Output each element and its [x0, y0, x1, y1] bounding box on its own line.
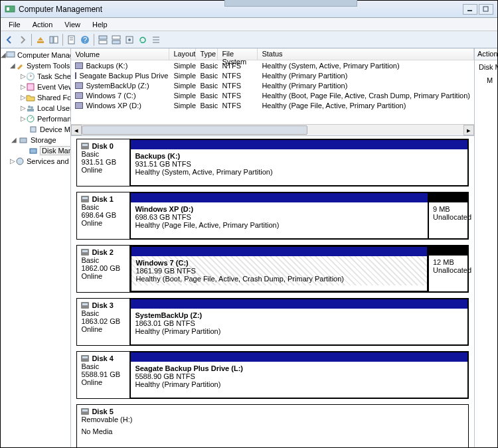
partition-unallocated[interactable]: 9 MBUnallocated [428, 192, 468, 239]
volume-status: Healthy (Primary Partition) [258, 72, 474, 80]
disk-icon [81, 408, 89, 415]
view-top-button[interactable] [97, 34, 109, 46]
disk-4[interactable]: Disk 4 Basic 5588.91 GB Online Seagate B… [76, 351, 469, 399]
menu-file[interactable]: File [3, 19, 26, 30]
tree-storage[interactable]: ◢Storage [1, 135, 70, 145]
tree-local-users[interactable]: ▷Local Users and Groups [1, 103, 70, 113]
volume-name: Windows 7 (C:) [86, 92, 135, 100]
volume-row[interactable]: SystemBackUp (Z:)SimpleBasicNTFSHealthy … [71, 80, 474, 90]
collapse-icon[interactable]: ◢ [10, 137, 18, 143]
svg-rect-12 [99, 36, 107, 39]
col-status[interactable]: Status [258, 48, 474, 60]
disk-1[interactable]: Disk 1 Basic 698.64 GB Online Windows XP… [76, 192, 469, 240]
svg-point-23 [28, 106, 31, 108]
volume-type: Basic [196, 72, 218, 80]
partition-name: SystemBackUp (Z:) [135, 311, 463, 319]
col-volume[interactable]: Volume [71, 48, 169, 60]
menu-action[interactable]: Action [27, 19, 58, 30]
volume-row[interactable]: Backups (K:)SimpleBasicNTFSHealthy (Syst… [71, 60, 474, 70]
disk-name: Disk 0 [92, 142, 113, 150]
volume-icon [75, 82, 83, 89]
partition-selected[interactable]: Windows 7 (C:)1861.99 GB NTFSHealthy (Bo… [130, 246, 428, 292]
col-filesystem[interactable]: File System [218, 48, 258, 60]
disk-size: 1863.02 GB [81, 317, 125, 325]
expand-icon[interactable]: ▷ [21, 73, 26, 80]
actions-more[interactable]: M [475, 74, 497, 87]
expand-icon[interactable]: ▷ [10, 158, 15, 165]
tree-system-tools[interactable]: ◢ System Tools [1, 60, 70, 71]
disk-name: Disk 1 [92, 195, 113, 203]
disk-meta: Disk 4 Basic 5588.91 GB Online [77, 352, 130, 398]
users-icon [26, 103, 35, 113]
show-hide-tree-button[interactable] [48, 34, 60, 46]
partition[interactable]: Backups (K:)931.51 GB NTFSHealthy (Syste… [130, 139, 468, 186]
volume-list-scrollbar[interactable]: ◂ ▸ [71, 124, 474, 135]
expand-icon[interactable]: ▷ [21, 84, 26, 90]
collapse-icon[interactable]: ◢ [1, 52, 6, 58]
scroll-thumb[interactable] [82, 125, 307, 135]
svg-rect-13 [99, 40, 107, 44]
refresh-button[interactable] [137, 34, 149, 46]
list-button[interactable] [150, 34, 162, 46]
disk-state: Online [81, 325, 125, 333]
menu-help[interactable]: Help [87, 19, 113, 30]
up-button[interactable] [35, 34, 46, 46]
tree-label: Performance [37, 115, 71, 123]
svg-rect-1 [7, 7, 9, 11]
tree-device-manager[interactable]: Device Manager [1, 124, 70, 135]
expand-icon[interactable]: ▷ [21, 115, 26, 122]
tree-label: Storage [31, 136, 56, 144]
partition[interactable]: Seagate Backup Plus Drive (L:)5588.90 GB… [130, 352, 468, 398]
collapse-icon[interactable]: ◢ [10, 62, 15, 69]
svg-rect-5 [50, 37, 53, 43]
back-button[interactable] [3, 34, 15, 46]
disk-2[interactable]: Disk 2 Basic 1862.00 GB Online Windows 7… [76, 245, 469, 293]
volume-layout: Simple [169, 92, 196, 100]
tree-label: Local Users and Groups [37, 104, 71, 112]
col-type[interactable]: Type [196, 48, 218, 60]
disk-name: Disk 5 [92, 408, 113, 415]
tree-label: Shared Folders [37, 94, 71, 102]
disk-name: Disk 2 [92, 248, 113, 256]
disk-type: Basic [81, 150, 125, 158]
tree-disk-management[interactable]: Disk Management [1, 145, 70, 156]
disk-5[interactable]: Disk 5 Removable (H:) No Media [76, 404, 469, 447]
tree-root[interactable]: ◢ Computer Management (Local) [1, 50, 70, 60]
tree-shared-folders[interactable]: ▷Shared Folders [1, 92, 70, 103]
properties-button[interactable] [66, 34, 78, 46]
partition-status: Unallocated [433, 213, 463, 221]
partition-unallocated[interactable]: 12 MBUnallocated [428, 246, 468, 292]
scroll-left-button[interactable]: ◂ [71, 125, 82, 135]
disk-3[interactable]: Disk 3 Basic 1863.02 GB Online SystemBac… [76, 298, 469, 346]
menu-view[interactable]: View [59, 19, 86, 30]
tree-services[interactable]: ▷Services and Applications [1, 156, 70, 167]
tree-label: Device Manager [40, 125, 71, 133]
maximize-button[interactable] [479, 4, 493, 15]
partition[interactable]: SystemBackUp (Z:)1863.01 GB NTFSHealthy … [130, 299, 468, 345]
tree-label: Event Viewer [37, 83, 71, 91]
settings-button[interactable] [124, 34, 135, 46]
actions-disk-management[interactable]: Disk M [475, 60, 497, 74]
tree-performance[interactable]: ▷Performance [1, 113, 70, 124]
volume-icon [75, 72, 76, 79]
svg-rect-4 [37, 41, 44, 43]
forward-button[interactable] [17, 34, 29, 46]
col-layout[interactable]: Layout [169, 48, 196, 60]
volume-row[interactable]: Windows 7 (C:)SimpleBasicNTFSHealthy (Bo… [71, 90, 474, 100]
expand-icon[interactable]: ▷ [21, 105, 26, 112]
disk-0[interactable]: Disk 0 Basic 931.51 GB Online Backups (K… [76, 139, 469, 187]
partition[interactable]: Windows XP (D:)698.63 GB NTFSHealthy (Pa… [130, 192, 428, 239]
volume-row[interactable]: Seagate Backup Plus Drive (L:)SimpleBasi… [71, 70, 474, 80]
volume-row[interactable]: Windows XP (D:)SimpleBasicNTFSHealthy (P… [71, 100, 474, 110]
tree-event-viewer[interactable]: ▷Event Viewer [1, 82, 70, 92]
help-button[interactable]: ? [79, 34, 91, 46]
tree-task-scheduler[interactable]: ▷🕑Task Scheduler [1, 71, 70, 82]
expand-icon[interactable]: ▷ [21, 94, 26, 101]
volume-icon [75, 62, 83, 69]
volume-layout: Simple [169, 62, 196, 70]
scroll-right-button[interactable]: ▸ [463, 125, 474, 135]
minimize-button[interactable] [463, 4, 477, 15]
disk-state: Online [81, 272, 125, 280]
menubar: File Action View Help [1, 18, 497, 31]
view-bottom-button[interactable] [110, 34, 122, 46]
